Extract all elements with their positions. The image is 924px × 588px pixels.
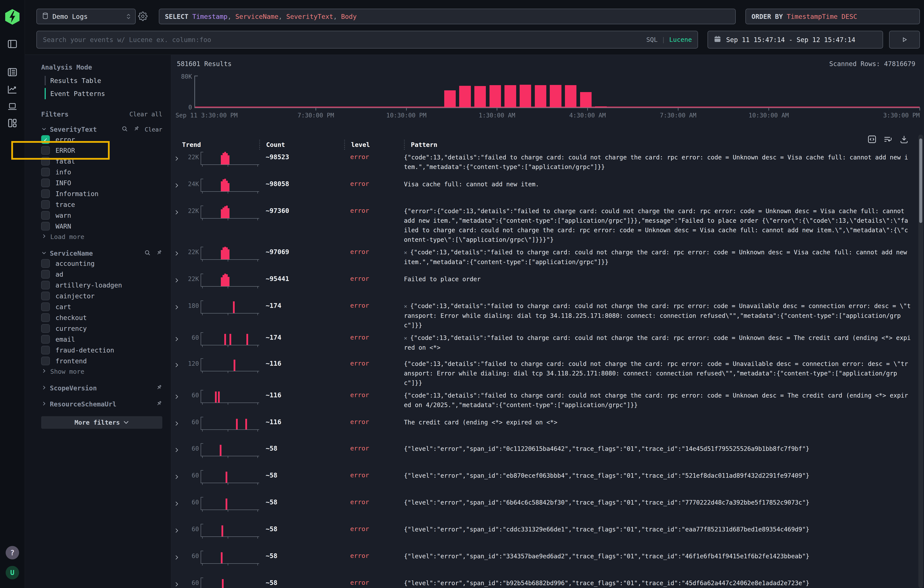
vertical-scrollbar[interactable] (918, 135, 923, 588)
row-expander[interactable] (171, 388, 185, 401)
filter-option-accounting[interactable]: ✓accounting (41, 258, 162, 269)
checkbox[interactable]: ✓ (41, 281, 50, 290)
checkbox[interactable]: ✓ (41, 211, 50, 220)
column-header-count[interactable]: Count (259, 140, 344, 150)
chart-explorer-icon[interactable] (6, 84, 19, 95)
row-expander[interactable] (171, 441, 185, 454)
analysis-mode-results-table[interactable]: Results Table (41, 74, 162, 87)
row-expander[interactable] (171, 330, 185, 343)
table-row[interactable]: 120~116error{"code":13,"details":"failed… (171, 356, 915, 388)
checkbox[interactable]: ✓ (41, 135, 50, 144)
pin-icon[interactable] (133, 125, 140, 133)
select-query-input[interactable]: SELECT Timestamp, ServiceName, SeverityT… (159, 9, 736, 24)
user-avatar[interactable]: U (6, 566, 19, 579)
row-expander[interactable] (171, 245, 185, 258)
checkbox[interactable]: ✓ (41, 178, 50, 187)
checkbox[interactable]: ✓ (41, 313, 50, 322)
orderby-input[interactable]: ORDER BY TimestampTime DESC (746, 9, 920, 24)
filter-group-SeverityText[interactable]: SeverityTextClear (41, 125, 162, 134)
table-row[interactable]: 60~116errorThe credit card (ending <*> e… (171, 415, 915, 441)
filter-group-ResourceSchemaUrl[interactable]: ResourceSchemaUrl (41, 399, 162, 409)
filter-option-ERROR[interactable]: ✓ERROR (41, 145, 162, 156)
checkbox[interactable]: ✓ (41, 303, 50, 311)
search-input[interactable] (43, 36, 646, 44)
pin-icon[interactable] (156, 384, 162, 392)
table-row[interactable]: 22K~95441errorFailed to place order (171, 272, 915, 298)
filter-option-frontend[interactable]: ✓frontend (41, 356, 162, 366)
filter-option-fraud-detection[interactable]: ✓fraud-detection (41, 345, 162, 356)
checkbox[interactable]: ✓ (41, 157, 50, 166)
row-expander[interactable] (171, 356, 185, 369)
checkbox[interactable]: ✓ (41, 168, 50, 176)
search-icon[interactable] (121, 125, 128, 133)
filter-option-currency[interactable]: ✓currency (41, 323, 162, 334)
row-expander[interactable] (171, 522, 185, 535)
filter-option-error[interactable]: ✓error (41, 134, 162, 145)
row-expander[interactable] (171, 176, 185, 189)
filter-option-WARN[interactable]: ✓WARN (41, 221, 162, 232)
filter-option-info[interactable]: ✓info (41, 166, 162, 178)
search-logs-icon[interactable] (6, 67, 19, 77)
row-expander[interactable] (171, 298, 185, 311)
view-source-icon[interactable] (867, 135, 877, 145)
checkbox[interactable]: ✓ (41, 259, 50, 268)
checkbox[interactable]: ✓ (41, 222, 50, 231)
pin-icon[interactable] (156, 400, 162, 408)
wrap-lines-icon[interactable] (883, 135, 893, 145)
checkbox[interactable]: ✓ (41, 335, 50, 344)
gear-icon[interactable] (138, 11, 148, 22)
download-icon[interactable] (899, 135, 909, 145)
filter-option-warn[interactable]: ✓warn (41, 210, 162, 221)
column-header-pattern[interactable]: Pattern (404, 140, 915, 150)
row-expander[interactable] (171, 272, 185, 285)
dismiss-x-icon[interactable]: ✕ (404, 249, 407, 256)
help-button[interactable]: ? (6, 546, 19, 559)
row-expander[interactable] (171, 575, 185, 588)
table-row[interactable]: 60~58error{"level":"error","span_id":"eb… (171, 468, 915, 495)
filter-option-Information[interactable]: ✓Information (41, 188, 162, 199)
table-row[interactable]: 22K~97360error{"error":{"code":13,"detai… (171, 203, 915, 245)
table-row[interactable]: 180~174error✕{"code":13,"details":"faile… (171, 298, 915, 330)
checkbox[interactable]: ✓ (41, 189, 50, 198)
filter-option-cainjector[interactable]: ✓cainjector (41, 290, 162, 301)
filter-group-ServiceName[interactable]: ServiceName (41, 249, 162, 258)
filter-option-trace[interactable]: ✓trace (41, 199, 162, 210)
dashboards-icon[interactable] (6, 117, 19, 129)
clear-filter-button[interactable]: Clear (145, 126, 162, 133)
table-row[interactable]: 24K~98058errorVisa cache full: cannot ad… (171, 176, 915, 203)
dismiss-x-icon[interactable]: ✕ (404, 335, 407, 341)
filter-option-checkout[interactable]: ✓checkout (41, 312, 162, 323)
filter-option-cart[interactable]: ✓cart (41, 301, 162, 312)
mode-sql[interactable]: SQL (646, 36, 657, 43)
hyperdx-logo-icon[interactable] (5, 9, 20, 25)
table-row[interactable]: 60~58error{"level":"error","span_id":"33… (171, 548, 915, 575)
search-icon[interactable] (144, 249, 150, 257)
mode-lucene[interactable]: Lucene (669, 36, 692, 43)
checkbox[interactable]: ✓ (41, 146, 50, 155)
checkbox[interactable]: ✓ (41, 346, 50, 354)
table-row[interactable]: 60~58error{"level":"error","span_id":"6b… (171, 495, 915, 522)
load-more-link[interactable]: Load more (41, 232, 162, 242)
checkbox[interactable]: ✓ (41, 324, 50, 333)
load-more-link[interactable]: Show more (41, 366, 162, 377)
checkbox[interactable]: ✓ (41, 270, 50, 278)
row-expander[interactable] (171, 468, 185, 481)
dismiss-x-icon[interactable]: ✕ (404, 303, 407, 310)
row-expander[interactable] (171, 495, 185, 508)
row-expander[interactable] (171, 415, 185, 428)
source-select[interactable]: Demo Logs (36, 9, 136, 24)
filter-option-fatal[interactable]: ✓fatal (41, 156, 162, 166)
table-row[interactable]: 22K~98523error{"code":13,"details":"fail… (171, 150, 915, 176)
table-row[interactable]: 60~174error✕{"code":13,"details":"failed… (171, 330, 915, 356)
table-row[interactable]: 60~58error{"level":"error","span_id":"0c… (171, 441, 915, 468)
run-query-button[interactable] (889, 31, 920, 49)
sessions-icon[interactable] (6, 101, 19, 111)
row-expander[interactable] (171, 548, 185, 562)
table-row[interactable]: 60~58error{"level":"error","span_id":"cd… (171, 522, 915, 548)
filter-option-artillery-loadgen[interactable]: ✓artillery-loadgen (41, 280, 162, 290)
table-row[interactable]: 60~116error{"code":13,"details":"failed … (171, 388, 915, 415)
clear-all-filters[interactable]: Clear all (129, 111, 162, 118)
row-expander[interactable] (171, 203, 185, 216)
checkbox[interactable]: ✓ (41, 292, 50, 300)
row-expander[interactable] (171, 150, 185, 163)
